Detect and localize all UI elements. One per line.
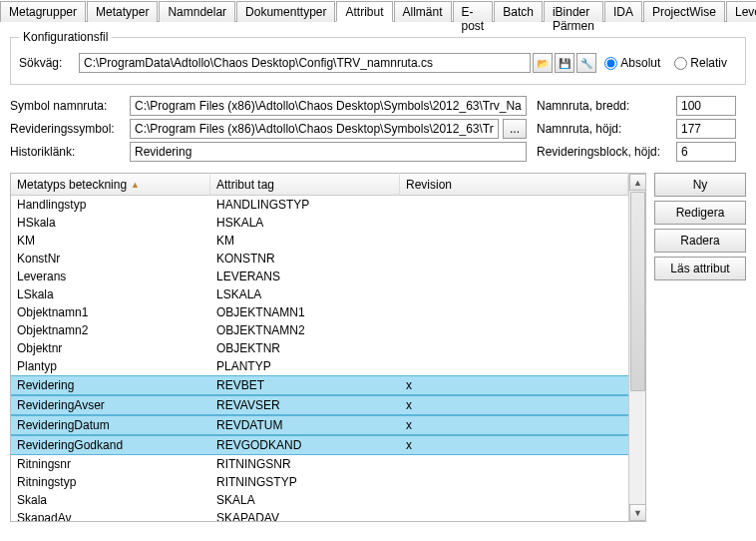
table-row[interactable]: KonstNrKONSTNR: [11, 250, 628, 268]
scroll-thumb[interactable]: [630, 192, 645, 391]
grid-header: Metatyps beteckning ▲ Attribut tag Revis…: [11, 174, 628, 196]
tab-namndelar[interactable]: Namndelar: [159, 1, 235, 22]
rev-input[interactable]: [130, 119, 499, 139]
cell-metatype: SkapadAv: [11, 510, 210, 521]
tab-dokumenttyper[interactable]: Dokumenttyper: [236, 1, 335, 22]
width-label: Namnruta, bredd:: [537, 99, 676, 113]
tab-content: Konfigurationsfil Sökväg: 📂 💾 🔧 Absolut …: [0, 22, 756, 530]
tab-strip: MetagrupperMetatyperNamndelarDokumenttyp…: [0, 0, 756, 22]
open-icon[interactable]: 📂: [533, 53, 553, 73]
cell-metatype: Skala: [11, 492, 210, 508]
tab-leveranskontroll[interactable]: Leveranskontroll: [726, 1, 756, 22]
col-metatype[interactable]: Metatyps beteckning ▲: [11, 175, 210, 195]
scroll-up-icon[interactable]: ▲: [629, 174, 646, 191]
tool-icon[interactable]: 🔧: [576, 53, 596, 73]
vertical-scrollbar[interactable]: ▲ ▼: [628, 174, 645, 521]
cell-metatype: Ritningsnr: [11, 456, 210, 472]
cell-metatype: KM: [11, 233, 210, 249]
tab-ibinder-pärmen[interactable]: iBinder Pärmen: [544, 1, 603, 22]
table-row[interactable]: Objektnamn1OBJEKTNAMN1: [11, 303, 628, 321]
read-attr-button[interactable]: Läs attribut: [654, 257, 746, 280]
hist-input[interactable]: [130, 142, 527, 162]
table-row[interactable]: LeveransLEVERANS: [11, 268, 628, 285]
table-row[interactable]: HandlingstypHANDLINGSTYP: [11, 196, 628, 214]
tab-projectwise[interactable]: ProjectWise: [643, 1, 725, 22]
table-row[interactable]: RevideringAvserREVAVSERx: [11, 395, 628, 415]
cell-revision: [400, 286, 628, 302]
radio-relativ[interactable]: Relativ: [674, 56, 727, 70]
radio-relativ-input[interactable]: [674, 57, 687, 70]
cell-attribut: REVGODKAND: [210, 437, 400, 453]
radio-absolut[interactable]: Absolut: [604, 56, 660, 70]
cell-metatype: Handlingstyp: [11, 197, 210, 213]
hist-label: Historiklänk:: [10, 145, 130, 159]
browse-button[interactable]: ...: [503, 119, 527, 139]
cell-revision: x: [400, 417, 628, 433]
height-label: Namnruta, höjd:: [537, 122, 676, 136]
radio-absolut-input[interactable]: [604, 57, 617, 70]
revblock-input[interactable]: [676, 142, 736, 162]
table-row[interactable]: HSkalaHSKALA: [11, 214, 628, 232]
cell-revision: x: [400, 437, 628, 453]
cell-attribut: PLANTYP: [210, 358, 400, 374]
table-row[interactable]: LSkalaLSKALA: [11, 285, 628, 303]
cell-attribut: HANDLINGSTYP: [210, 197, 400, 213]
height-input[interactable]: [676, 119, 736, 139]
table-row[interactable]: RevideringDatumREVDATUMx: [11, 415, 628, 435]
cell-revision: [400, 340, 628, 356]
cell-revision: [400, 456, 628, 472]
cell-revision: x: [400, 377, 628, 393]
table-row[interactable]: ObjektnrOBJEKTNR: [11, 339, 628, 357]
symbol-label: Symbol namnruta:: [10, 99, 130, 113]
cell-attribut: LEVERANS: [210, 269, 400, 284]
cell-attribut: RITNINGSTYP: [210, 474, 400, 490]
tab-allmänt[interactable]: Allmänt: [394, 1, 452, 22]
cell-revision: [400, 197, 628, 213]
symbol-input[interactable]: [130, 96, 527, 116]
cell-attribut: REVDATUM: [210, 417, 400, 433]
tab-e-post[interactable]: E-post: [453, 1, 494, 22]
cell-attribut: OBJEKTNAMN2: [210, 322, 400, 338]
cell-attribut: REVAVSER: [210, 397, 400, 413]
cell-metatype: Objektnr: [11, 340, 210, 356]
table-row[interactable]: KMKM: [11, 232, 628, 250]
tab-metatyper[interactable]: Metatyper: [87, 1, 158, 22]
new-button[interactable]: Ny: [654, 173, 746, 197]
tab-ida[interactable]: IDA: [604, 1, 642, 22]
grid-body: HandlingstypHANDLINGSTYPHSkalaHSKALAKMKM…: [11, 196, 628, 521]
table-row[interactable]: RitningsnrRITNINGSNR: [11, 455, 628, 473]
table-row[interactable]: SkalaSKALA: [11, 491, 628, 509]
width-input[interactable]: [676, 96, 736, 116]
cell-metatype: Ritningstyp: [11, 474, 210, 490]
attribute-grid: Metatyps beteckning ▲ Attribut tag Revis…: [10, 173, 646, 522]
scroll-down-icon[interactable]: ▼: [629, 504, 646, 521]
tab-metagrupper[interactable]: Metagrupper: [0, 1, 86, 22]
cell-attribut: KM: [210, 233, 400, 249]
cell-revision: x: [400, 397, 628, 413]
cell-revision: [400, 474, 628, 490]
table-row[interactable]: Objektnamn2OBJEKTNAMN2: [11, 321, 628, 339]
edit-button[interactable]: Redigera: [654, 201, 746, 225]
cell-revision: [400, 233, 628, 249]
tab-attribut[interactable]: Attribut: [336, 1, 392, 22]
cell-revision: [400, 215, 628, 231]
revblock-label: Revideringsblock, höjd:: [537, 145, 676, 159]
col-revision[interactable]: Revision: [400, 175, 628, 195]
table-row[interactable]: RevideringGodkandREVGODKANDx: [11, 435, 628, 455]
col-attribut-tag[interactable]: Attribut tag: [210, 175, 400, 195]
config-fieldset: Konfigurationsfil Sökväg: 📂 💾 🔧 Absolut …: [10, 30, 746, 85]
delete-button[interactable]: Radera: [654, 229, 746, 253]
cell-revision: [400, 358, 628, 374]
table-row[interactable]: RevideringREVBETx: [11, 375, 628, 395]
cell-revision: [400, 322, 628, 338]
table-row[interactable]: PlantypPLANTYP: [11, 357, 628, 375]
save-icon[interactable]: 💾: [555, 53, 574, 73]
table-row[interactable]: SkapadAvSKAPADAV: [11, 509, 628, 521]
cell-attribut: KONSTNR: [210, 251, 400, 267]
cell-attribut: SKALA: [210, 492, 400, 508]
config-path-input[interactable]: [79, 53, 531, 73]
table-row[interactable]: RitningstypRITNINGSTYP: [11, 473, 628, 491]
tab-batch[interactable]: Batch: [494, 1, 543, 22]
cell-metatype: Objektnamn1: [11, 304, 210, 320]
cell-metatype: Leverans: [11, 269, 210, 284]
